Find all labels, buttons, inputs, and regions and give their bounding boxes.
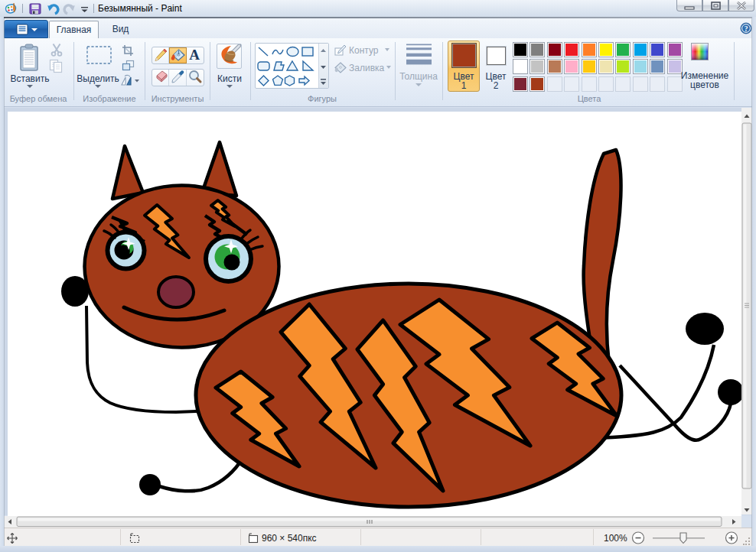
svg-text:A: A — [189, 47, 200, 63]
svg-text:?: ? — [745, 25, 748, 33]
